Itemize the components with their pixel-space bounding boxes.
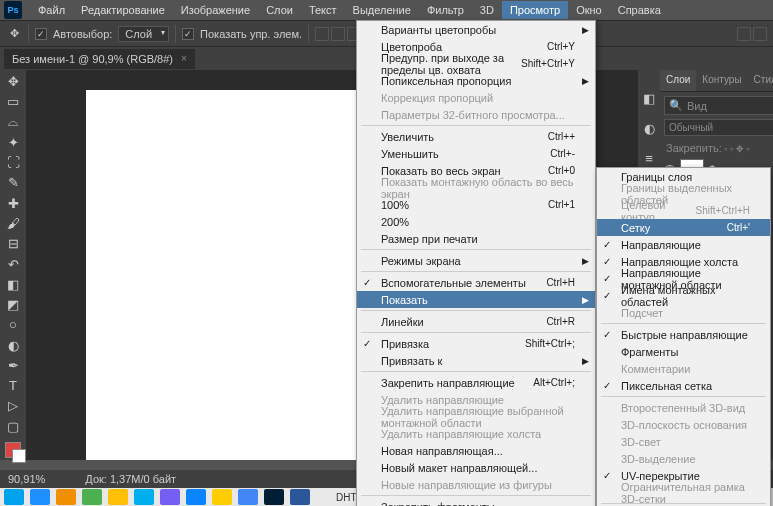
taskbar-chrome-icon[interactable] bbox=[238, 489, 258, 505]
eyedropper-tool[interactable]: ✎ bbox=[2, 173, 24, 192]
menu-item[interactable]: ✓Вспомогательные элементыCtrl+H bbox=[357, 274, 595, 291]
menu-item: Новые направляющие из фигуры bbox=[357, 476, 595, 493]
menu-item[interactable]: Фрагменты bbox=[597, 343, 770, 360]
menu-item[interactable]: ✓Быстрые направляющие bbox=[597, 326, 770, 343]
menu-item[interactable]: Попиксельная пропорция▶ bbox=[357, 72, 595, 89]
menu-item[interactable]: 100%Ctrl+1 bbox=[357, 196, 595, 213]
menu-item: Показать монтажную область во весь экран bbox=[357, 179, 595, 196]
menu-item[interactable]: ЛинейкиCtrl+R bbox=[357, 313, 595, 330]
lasso-tool[interactable]: ⌓ bbox=[2, 113, 24, 132]
menu-item[interactable]: Новая направляющая... bbox=[357, 442, 595, 459]
menu-item: Ограничительная рамка 3D-сетки bbox=[597, 484, 770, 501]
color-swatches[interactable] bbox=[2, 441, 24, 460]
menu-item: Комментарии bbox=[597, 360, 770, 377]
app-logo: Ps bbox=[4, 1, 22, 19]
eraser-tool[interactable]: ◧ bbox=[2, 275, 24, 294]
menu-3d[interactable]: 3D bbox=[472, 1, 502, 19]
menu-item: Удалить направляющие холста bbox=[357, 425, 595, 442]
crop-tool[interactable]: ⛶ bbox=[2, 153, 24, 172]
menu-item[interactable]: 200% bbox=[357, 213, 595, 230]
marquee-tool[interactable]: ▭ bbox=[2, 92, 24, 111]
close-icon[interactable]: × bbox=[181, 53, 187, 64]
menu-окно[interactable]: Окно bbox=[568, 1, 610, 19]
menu-item[interactable]: ✓ПривязкаShift+Ctrl+; bbox=[357, 335, 595, 352]
autoselect-dropdown[interactable]: Слой bbox=[118, 26, 169, 42]
autoselect-label: Автовыбор: bbox=[53, 28, 112, 40]
taskbar-app2-icon[interactable] bbox=[212, 489, 232, 505]
taskbar-word-icon[interactable] bbox=[290, 489, 310, 505]
menu-item: 3D-свет bbox=[597, 433, 770, 450]
menu-item[interactable]: Привязать к▶ bbox=[357, 352, 595, 369]
heal-tool[interactable]: ✚ bbox=[2, 194, 24, 213]
tab-layers[interactable]: Слои bbox=[660, 70, 696, 91]
canvas[interactable] bbox=[86, 90, 366, 460]
menu-изображение[interactable]: Изображение bbox=[173, 1, 258, 19]
menu-item[interactable]: Варианты цветопробы▶ bbox=[357, 21, 595, 38]
show-controls-checkbox[interactable]: ✓ bbox=[182, 28, 194, 40]
menu-текст[interactable]: Текст bbox=[301, 1, 345, 19]
stamp-tool[interactable]: ⊟ bbox=[2, 234, 24, 253]
history-panel-icon[interactable]: ≡ bbox=[638, 148, 660, 168]
move-tool[interactable]: ✥ bbox=[2, 72, 24, 91]
search-icon: 🔍 bbox=[669, 99, 683, 112]
menu-item[interactable]: Режимы экрана▶ bbox=[357, 252, 595, 269]
blend-mode-dropdown[interactable]: Обычный bbox=[664, 119, 773, 136]
tab-paths[interactable]: Контуры bbox=[696, 70, 747, 91]
show-submenu: Границы слояГраницы выделенных областейЦ… bbox=[596, 167, 771, 506]
taskbar-photoshop-icon[interactable] bbox=[264, 489, 284, 505]
menu-item[interactable]: Показать▶ bbox=[357, 291, 595, 308]
adjustments-panel-icon[interactable]: ◐ bbox=[638, 118, 660, 138]
taskbar-skype-icon[interactable] bbox=[134, 489, 154, 505]
menu-слои[interactable]: Слои bbox=[258, 1, 301, 19]
menu-item[interactable]: Закрепить фрагменты bbox=[357, 498, 595, 506]
move-tool-icon: ✥ bbox=[6, 26, 22, 42]
menu-справка[interactable]: Справка bbox=[610, 1, 669, 19]
menu-item[interactable]: ✓Имена монтажных областей bbox=[597, 287, 770, 304]
taskbar-app-icon[interactable] bbox=[186, 489, 206, 505]
zoom-level[interactable]: 90,91% bbox=[8, 473, 45, 485]
gradient-tool[interactable]: ◩ bbox=[2, 295, 24, 314]
menu-item[interactable]: СеткуCtrl+' bbox=[597, 219, 770, 236]
taskbar-utorrent-icon[interactable] bbox=[82, 489, 102, 505]
path-tool[interactable]: ▷ bbox=[2, 396, 24, 415]
arrange-buttons[interactable] bbox=[737, 27, 767, 41]
menu-редактирование[interactable]: Редактирование bbox=[73, 1, 173, 19]
history-brush-tool[interactable]: ↶ bbox=[2, 254, 24, 273]
brush-tool[interactable]: 🖌 bbox=[2, 214, 24, 233]
taskbar-ie-icon[interactable] bbox=[30, 489, 50, 505]
menu-item[interactable]: Размер при печати bbox=[357, 230, 595, 247]
menu-item[interactable]: Закрепить направляющиеAlt+Ctrl+; bbox=[357, 374, 595, 391]
type-tool[interactable]: T bbox=[2, 376, 24, 395]
document-title: Без имени-1 @ 90,9% (RGB/8#) bbox=[12, 53, 173, 65]
menubar: Ps ФайлРедактированиеИзображениеСлоиТекс… bbox=[0, 0, 773, 20]
menu-item: Подсчет bbox=[597, 304, 770, 321]
menu-item[interactable]: Новый макет направляющей... bbox=[357, 459, 595, 476]
tab-styles[interactable]: Стили bbox=[748, 70, 773, 91]
pen-tool[interactable]: ✒ bbox=[2, 356, 24, 375]
menu-item[interactable]: УменьшитьCtrl+- bbox=[357, 145, 595, 162]
taskbar-viber-icon[interactable] bbox=[160, 489, 180, 505]
color-panel-icon[interactable]: ◧ bbox=[638, 88, 660, 108]
layer-filter[interactable]: 🔍 Вид bbox=[664, 96, 773, 115]
tools-panel: ✥ ▭ ⌓ ✦ ⛶ ✎ ✚ 🖌 ⊟ ↶ ◧ ◩ ○ ◐ ✒ T ▷ ▢ bbox=[0, 70, 26, 460]
doc-size: Док: 1,37M/0 байт bbox=[85, 473, 176, 485]
dodge-tool[interactable]: ◐ bbox=[2, 335, 24, 354]
menu-item[interactable]: Предупр. при выходе за пределы цв. охват… bbox=[357, 55, 595, 72]
menu-фильтр[interactable]: Фильтр bbox=[419, 1, 472, 19]
start-button[interactable] bbox=[4, 489, 24, 505]
menu-item[interactable]: УвеличитьCtrl++ bbox=[357, 128, 595, 145]
taskbar-explorer-icon[interactable] bbox=[56, 489, 76, 505]
menu-просмотр[interactable]: Просмотр bbox=[502, 1, 568, 19]
menu-item: Коррекция пропорций bbox=[357, 89, 595, 106]
menu-item[interactable]: ✓Пиксельная сетка bbox=[597, 377, 770, 394]
shape-tool[interactable]: ▢ bbox=[2, 417, 24, 436]
taskbar-aimp-icon[interactable] bbox=[108, 489, 128, 505]
menu-файл[interactable]: Файл bbox=[30, 1, 73, 19]
view-menu: Варианты цветопробы▶ЦветопробаCtrl+YПред… bbox=[356, 20, 596, 506]
autoselect-checkbox[interactable]: ✓ bbox=[35, 28, 47, 40]
wand-tool[interactable]: ✦ bbox=[2, 133, 24, 152]
blur-tool[interactable]: ○ bbox=[2, 315, 24, 334]
document-tab[interactable]: Без имени-1 @ 90,9% (RGB/8#) × bbox=[4, 49, 195, 69]
menu-item[interactable]: ✓Направляющие bbox=[597, 236, 770, 253]
menu-выделение[interactable]: Выделение bbox=[345, 1, 419, 19]
